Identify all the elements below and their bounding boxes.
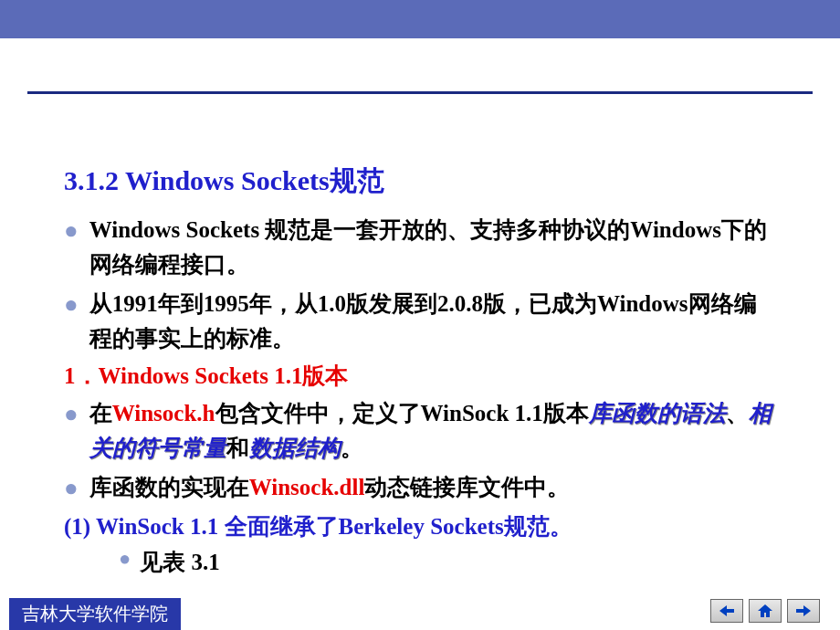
red-text: Winsock.dll	[249, 475, 365, 499]
bullet-item: ● 在Winsock.h包含文件中，定义了WinSock 1.1版本库函数的语法…	[64, 396, 776, 465]
home-button[interactable]	[749, 599, 782, 623]
bullet-icon: ●	[64, 287, 79, 322]
bullet-item: ● 库函数的实现在Winsock.dll动态链接库文件中。	[64, 470, 776, 506]
text-part: 包含文件中，定义了WinSock 1.1版本	[215, 401, 589, 425]
slide-content: 3.1.2 Windows Sockets规范 ● Windows Socket…	[0, 44, 840, 577]
bullet-text: 库函数的实现在Winsock.dll动态链接库文件中。	[89, 470, 776, 505]
text-part: 在	[89, 401, 112, 425]
section-heading: 3.1.2 Windows Sockets规范	[64, 163, 776, 200]
arrow-left-icon	[718, 604, 736, 618]
nav-buttons	[710, 599, 820, 623]
header-bar	[0, 0, 840, 38]
prev-button[interactable]	[710, 599, 743, 623]
text-part: 库函数的实现在	[89, 475, 249, 499]
sub-bullet-item: ● 见表 3.1	[119, 547, 776, 577]
text-part: 、	[726, 401, 749, 425]
divider-line	[27, 91, 813, 94]
numbered-heading: 1．Windows Sockets 1.1版本	[64, 361, 776, 391]
bullet-text: 在Winsock.h包含文件中，定义了WinSock 1.1版本库函数的语法、相…	[89, 396, 776, 465]
subheading: (1) WinSock 1.1 全面继承了Berkeley Sockets规范。	[64, 511, 776, 541]
bullet-item: ● Windows Sockets 规范是一套开放的、支持多种协议的Window…	[64, 213, 776, 281]
bullet-item: ● 从1991年到1995年，从1.0版发展到2.0.8版，已成为Windows…	[64, 287, 776, 355]
bullet-text: Windows Sockets 规范是一套开放的、支持多种协议的Windows下…	[89, 213, 776, 281]
arrow-right-icon	[794, 604, 813, 618]
bullet-text: 从1991年到1995年，从1.0版发展到2.0.8版，已成为Windows网络…	[89, 287, 776, 355]
next-button[interactable]	[787, 599, 820, 623]
emphasized-text: 库函数的语法	[589, 401, 726, 425]
home-icon	[756, 604, 774, 618]
bullet-icon: ●	[64, 213, 79, 248]
bullet-icon: ●	[64, 396, 79, 432]
sub-bullet-text: 见表 3.1	[140, 547, 220, 577]
text-part: 动态链接库文件中。	[364, 475, 570, 499]
bullet-icon: ●	[119, 547, 131, 571]
emphasized-text: 数据结构	[249, 436, 341, 460]
text-part: 。	[341, 436, 363, 460]
text-part: 和	[226, 436, 249, 460]
bullet-icon: ●	[64, 470, 79, 506]
footer-label: 吉林大学软件学院	[9, 598, 181, 630]
red-text: Winsock.h	[112, 401, 215, 425]
